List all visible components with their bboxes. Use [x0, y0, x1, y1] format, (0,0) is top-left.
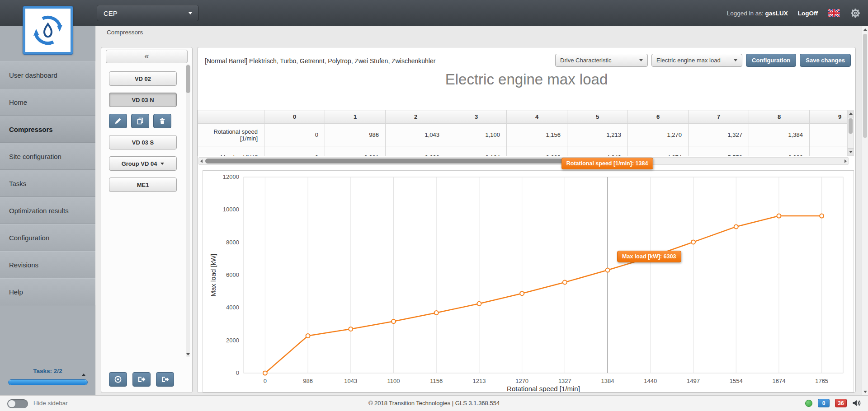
table-col-header-3: 3: [446, 110, 507, 124]
table-cell[interactable]: 2,281: [325, 146, 386, 156]
collapse-panel-button[interactable]: «: [106, 50, 188, 63]
table-cell[interactable]: 1,440: [810, 124, 848, 146]
table-row-label: Max load [kW]: [198, 146, 264, 156]
table-cell[interactable]: 1,043: [386, 124, 446, 146]
sidebar-item-configuration[interactable]: Configuration: [0, 224, 95, 251]
table-cell[interactable]: 3,164: [446, 146, 507, 156]
target-button[interactable]: [109, 372, 127, 387]
compressor-description: [Normal Barrel] Elektrisch, Turbo, Getre…: [205, 57, 435, 65]
table-cell[interactable]: 1,270: [628, 124, 689, 146]
table-cell[interactable]: 0: [264, 124, 325, 146]
max-load-chart[interactable]: 0200040006000800010000120000986104311001…: [203, 171, 854, 392]
app-select[interactable]: CEP: [97, 5, 199, 21]
circle-dot-icon: [114, 375, 122, 383]
app-logo[interactable]: [23, 6, 73, 54]
drive-characteristic-value: Drive Characteristic: [560, 57, 611, 64]
table-col-header-9: 9: [810, 110, 848, 124]
table-row: Max load [kW]02,2812,6983,1643,6894,2494…: [198, 146, 848, 156]
table-cell[interactable]: [810, 146, 848, 156]
compressor-button-vd-02[interactable]: VD 02: [109, 71, 177, 86]
import-button[interactable]: [156, 372, 174, 387]
copy-icon: [137, 117, 144, 125]
compressor-button-me1[interactable]: ME1: [109, 177, 177, 192]
copy-button[interactable]: [131, 114, 149, 128]
configuration-button[interactable]: Configuration: [746, 54, 796, 67]
svg-text:1043: 1043: [344, 378, 357, 384]
chevron-down-icon: [639, 59, 643, 61]
view-mode-select[interactable]: Electric engine max load: [651, 54, 742, 67]
logoff-button[interactable]: LogOff: [798, 10, 818, 17]
compressor-button-label: VD 02: [135, 75, 151, 82]
scrollbar-thumb[interactable]: [863, 34, 867, 138]
scroll-up-button[interactable]: [862, 26, 868, 33]
scroll-down-button[interactable]: [862, 388, 868, 395]
compressor-button-label: VD 03 N: [132, 97, 154, 103]
sidebar-item-optimization-results[interactable]: Optimization results: [0, 197, 95, 224]
notification-badge-red[interactable]: 36: [835, 399, 847, 407]
sidebar-item-home[interactable]: Home: [0, 89, 95, 116]
notification-badge-blue[interactable]: 0: [818, 399, 830, 407]
table-cell[interactable]: 6,303: [749, 146, 810, 156]
tasks-summary[interactable]: Tasks: 2/2: [0, 368, 95, 377]
table-cell[interactable]: 5,558: [689, 146, 749, 156]
edit-button[interactable]: [109, 114, 127, 128]
scrollbar-thumb[interactable]: [205, 159, 608, 163]
save-changes-button[interactable]: Save changes: [800, 54, 851, 67]
table-col-header-1: 1: [325, 110, 386, 124]
table-cell[interactable]: 3,689: [507, 146, 567, 156]
table-horizontal-scrollbar[interactable]: [198, 157, 849, 165]
sound-button[interactable]: [852, 399, 862, 407]
table-cell[interactable]: 1,384: [749, 124, 810, 146]
compressor-button-vd-03-n[interactable]: VD 03 N: [109, 93, 177, 107]
page-scrollbar[interactable]: [862, 26, 868, 395]
sidebar-item-compressors[interactable]: Compressors: [0, 116, 95, 143]
settings-button[interactable]: [850, 8, 861, 19]
chart-tooltip-x: Rotational speed [1/min]: 1384: [561, 158, 653, 169]
table-cell[interactable]: 0: [264, 146, 325, 156]
export-icon: [137, 376, 146, 383]
app-select-value: CEP: [104, 9, 118, 17]
scroll-down-button[interactable]: [848, 148, 854, 155]
scroll-up-button[interactable]: [848, 110, 854, 117]
table-col-header-4: 4: [507, 110, 567, 124]
svg-text:1156: 1156: [430, 378, 443, 384]
status-ok-icon[interactable]: [805, 400, 812, 407]
collapse-up-icon: [82, 370, 85, 377]
compressor-button-vd-03-s[interactable]: VD 03 S: [109, 135, 177, 149]
drive-characteristic-select[interactable]: Drive Characteristic: [555, 54, 648, 67]
table-col-header-6: 6: [628, 110, 689, 124]
table-cell[interactable]: 986: [325, 124, 386, 146]
table-vertical-scrollbar[interactable]: [847, 110, 854, 156]
import-icon: [161, 376, 169, 383]
table-cell[interactable]: 1,100: [446, 124, 507, 146]
view-mode-value: Electric engine max load: [656, 57, 721, 64]
sidebar-item-help[interactable]: Help: [0, 278, 95, 305]
delete-button[interactable]: [153, 114, 171, 128]
table-cell[interactable]: 1,327: [689, 124, 749, 146]
sidebar-item-site-configuration[interactable]: Site configuration: [0, 143, 95, 170]
export-button[interactable]: [132, 372, 151, 387]
scroll-down-icon[interactable]: [186, 353, 190, 355]
table-cell[interactable]: 4,874: [628, 146, 689, 156]
sidebar-item-tasks[interactable]: Tasks: [0, 170, 95, 197]
table-col-header-5: 5: [567, 110, 628, 124]
trash-icon: [159, 117, 166, 125]
compressor-list-scrollbar[interactable]: [186, 64, 190, 357]
chart-tooltip-y: Max load [kW]: 6303: [617, 251, 681, 262]
table-cell[interactable]: 1,156: [507, 124, 567, 146]
svg-text:1270: 1270: [515, 378, 528, 384]
compressor-button-group-vd-04[interactable]: Group VD 04: [109, 156, 177, 171]
scroll-left-icon[interactable]: [200, 159, 203, 163]
scrollbar-thumb[interactable]: [186, 65, 190, 93]
table-cell[interactable]: 2,698: [386, 146, 446, 156]
compressor-list-top: VD 02VD 03 N: [109, 71, 177, 107]
tasks-progress-fill: [9, 380, 87, 385]
sidebar-item-user-dashboard[interactable]: User dashboard: [0, 61, 95, 89]
table-cell[interactable]: 1,213: [567, 124, 628, 146]
svg-text:2000: 2000: [226, 337, 239, 344]
scroll-right-icon[interactable]: [844, 159, 847, 163]
table-cell[interactable]: 4,249: [567, 146, 628, 156]
scrollbar-thumb[interactable]: [849, 118, 853, 134]
language-flag-uk[interactable]: [828, 9, 840, 17]
sidebar-item-revisions[interactable]: Revisions: [0, 251, 95, 278]
